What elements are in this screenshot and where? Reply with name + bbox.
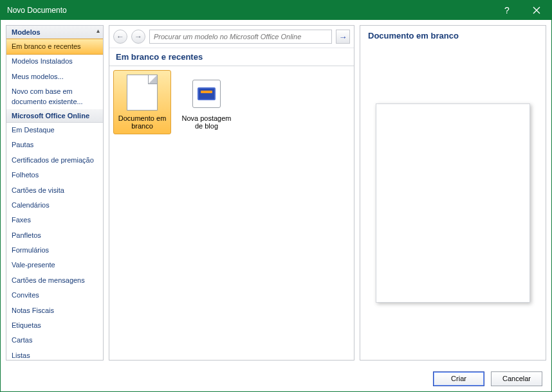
preview-body (360, 46, 546, 360)
sidebar: ▴ Modelos Em branco e recentesModelos In… (6, 25, 104, 361)
search-go-button[interactable]: → (336, 30, 350, 44)
sidebar-item-em-destaque[interactable]: Em Destaque (6, 123, 103, 138)
template-gallery: Documento em branco Nova postagem de blo… (109, 66, 354, 360)
scroll-up-icon[interactable]: ▴ (94, 27, 102, 35)
dialog-body: ▴ Modelos Em branco e recentesModelos In… (1, 20, 551, 366)
back-button[interactable]: ← (113, 30, 127, 44)
sidebar-item-vale-presente[interactable]: Vale-presente (6, 258, 103, 272)
sidebar-item-faxes[interactable]: Faxes (6, 213, 103, 227)
center-panel: ← → → Em branco e recentes Documento em … (109, 25, 354, 361)
sidebar-item-listas[interactable]: Listas (6, 348, 103, 361)
preview-panel: Documento em branco (360, 25, 546, 361)
sidebar-item-calend-rios[interactable]: Calendários (6, 198, 103, 213)
new-document-dialog: Novo Documento ? ▴ Modelos Em branco e r… (0, 0, 552, 392)
create-button[interactable]: Criar (433, 371, 484, 386)
sidebar-header-online: Microsoft Office Online (6, 109, 103, 123)
footer: Criar Cancelar (1, 366, 551, 391)
document-icon (127, 75, 158, 111)
sidebar-item-cart-es-de-visita[interactable]: Cartões de visita (6, 183, 103, 198)
close-icon (533, 6, 540, 14)
preview-title: Documento em branco (360, 26, 546, 46)
sidebar-item-pautas[interactable]: Pautas (6, 138, 103, 152)
window-title: Novo Documento (7, 6, 492, 15)
sidebar-item-folhetos[interactable]: Folhetos (6, 168, 103, 183)
sidebar-header-templates: Modelos (6, 26, 103, 39)
sidebar-item-novo-com-base-em-documento-existente[interactable]: Novo com base em documento existente... (6, 84, 103, 109)
sidebar-item-panfletos[interactable]: Panfletos (6, 228, 103, 243)
template-label: Documento em branco (115, 114, 169, 130)
sidebar-item-em-branco-e-recentes[interactable]: Em branco e recentes (6, 39, 104, 55)
arrow-right-icon: → (339, 32, 347, 42)
close-button[interactable] (522, 1, 551, 20)
sidebar-item-notas-fiscais[interactable]: Notas Fiscais (6, 303, 103, 318)
arrow-right-icon: → (134, 32, 142, 41)
forward-button[interactable]: → (131, 30, 145, 44)
arrow-left-icon: ← (116, 32, 124, 41)
sidebar-item-modelos-instalados[interactable]: Modelos Instalados (6, 54, 103, 69)
template-blog-post[interactable]: Nova postagem de blog (178, 70, 235, 134)
titlebar: Novo Documento ? (1, 1, 551, 20)
sidebar-item-formul-rios[interactable]: Formulários (6, 243, 103, 258)
blog-icon (192, 80, 221, 108)
toolbar: ← → → (109, 26, 354, 48)
preview-page-icon (376, 103, 530, 303)
template-label: Nova postagem de blog (179, 114, 234, 130)
sidebar-item-certificados-de-premia-o[interactable]: Certificados de premiação (6, 153, 103, 168)
help-button[interactable]: ? (492, 1, 522, 20)
sidebar-item-meus-modelos[interactable]: Meus modelos... (6, 69, 103, 84)
cancel-button[interactable]: Cancelar (491, 371, 542, 386)
sidebar-item-convites[interactable]: Convites (6, 288, 103, 303)
search-input[interactable] (149, 30, 332, 44)
section-title: Em branco e recentes (109, 48, 354, 66)
sidebar-item-cartas[interactable]: Cartas (6, 333, 103, 348)
sidebar-item-cart-es-de-mensagens[interactable]: Cartões de mensagens (6, 273, 103, 288)
sidebar-item-etiquetas[interactable]: Etiquetas (6, 318, 103, 333)
template-blank-document[interactable]: Documento em branco (113, 70, 171, 134)
